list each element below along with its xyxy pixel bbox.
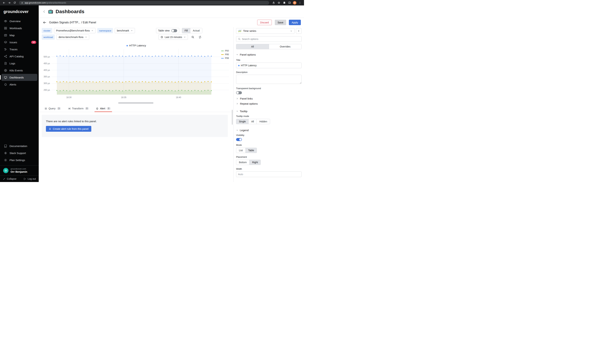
- all-options-tab[interactable]: All: [236, 44, 269, 49]
- legend-item[interactable]: P95: [221, 53, 229, 56]
- legend-mode-list-option[interactable]: List: [236, 148, 245, 153]
- sidebar-item-label: Dashboards: [10, 76, 24, 79]
- chart-horizontal-scrollbar: [42, 102, 231, 104]
- svg-text:450 µs: 450 µs: [44, 62, 50, 65]
- tooltip-hidden-option[interactable]: Hidden: [256, 119, 270, 124]
- tab-count-badge: 0: [107, 107, 111, 110]
- zoom-out-button[interactable]: [191, 35, 195, 39]
- legend-width-input[interactable]: [236, 171, 302, 177]
- actual-option[interactable]: Actual: [190, 28, 202, 33]
- browser-share-button[interactable]: [271, 0, 276, 5]
- workload-filter-chip[interactable]: workload: [42, 35, 55, 40]
- legend-section-header[interactable]: Legend: [236, 129, 302, 132]
- tab-query[interactable]: Query 3: [44, 106, 61, 112]
- cluster-select[interactable]: Prometheus@benchmark-flora: [54, 28, 95, 33]
- workload-select[interactable]: demo-benchmark-flora: [56, 35, 89, 40]
- browser-profile-button[interactable]: O: [292, 0, 297, 5]
- scrollbar-thumb[interactable]: [118, 102, 153, 104]
- legend-item[interactable]: P50: [221, 50, 229, 52]
- create-alert-rule-button[interactable]: Create alert rule from this panel: [46, 126, 91, 132]
- breadcrumb-back-button[interactable]: [43, 21, 46, 24]
- discard-button[interactable]: Discard: [257, 20, 272, 25]
- description-textarea[interactable]: [236, 75, 302, 84]
- editor-vertical-scrollbar[interactable]: [232, 110, 233, 125]
- legend-visibility-toggle[interactable]: [236, 138, 242, 141]
- browser-forward-button[interactable]: [7, 0, 12, 5]
- save-button[interactable]: Save: [275, 20, 286, 25]
- sidebar-item-workloads[interactable]: Workloads: [0, 25, 39, 32]
- cluster-value: Prometheus@benchmark-flora: [56, 29, 90, 32]
- table-view-toggle[interactable]: [171, 29, 177, 32]
- browser-sidepanel-button[interactable]: [287, 0, 292, 5]
- fill-option[interactable]: Fill: [182, 28, 190, 33]
- namespace-filter-chip[interactable]: namespace: [97, 28, 113, 33]
- sidebar-item-issues[interactable]: Issues 12: [0, 39, 39, 46]
- sidebar-item-plan-settings[interactable]: Plan Settings: [0, 156, 39, 164]
- legend-placement-bottom-option[interactable]: Bottom: [236, 160, 249, 165]
- sidebar-item-documentation[interactable]: Documentation: [0, 143, 39, 149]
- tab-alert[interactable]: Alert 0: [95, 106, 111, 112]
- svg-text:350 µs: 350 µs: [44, 76, 50, 78]
- url-bar[interactable]: app.groundcover.com/grafana/dashboards: [19, 1, 269, 5]
- browser-bookmark-button[interactable]: [277, 0, 281, 5]
- breadcrumb-page: / Edit Panel: [81, 21, 96, 24]
- logout-button[interactable]: Log out: [24, 177, 36, 180]
- namespace-select[interactable]: benchmark: [115, 28, 135, 33]
- panel-options-section-header[interactable]: Panel options: [236, 53, 302, 56]
- map-icon: [4, 34, 7, 37]
- legend-mode-table-option[interactable]: Table: [245, 148, 257, 153]
- layers-icon: [4, 41, 7, 44]
- sidebar-footer-nav: Documentation Slack Support Plan Setting…: [0, 143, 39, 164]
- zoom-out-icon: [191, 36, 194, 39]
- tooltip-all-option[interactable]: All: [248, 119, 257, 124]
- collapse-options-button[interactable]: [296, 28, 302, 34]
- legend-placement-right-option[interactable]: Right: [249, 160, 261, 165]
- user-profile[interactable]: O groundcover.com Orr Benjamin: [0, 166, 39, 175]
- sidebar-item-slack-support[interactable]: Slack Support: [0, 149, 39, 156]
- browser-extensions-button[interactable]: [282, 0, 286, 5]
- options-search-input[interactable]: [242, 38, 300, 40]
- header-back-button[interactable]: [43, 10, 46, 13]
- overrides-tab[interactable]: Overrides: [269, 44, 302, 49]
- panel-links-section[interactable]: Panel links: [236, 97, 302, 100]
- sidebar-item-map[interactable]: Map: [0, 32, 39, 39]
- svg-text:18:30: 18:30: [66, 96, 72, 99]
- sidebar-item-dashboards[interactable]: Dashboards: [1, 74, 37, 81]
- alert-empty-message: There are no alert rules linked to this …: [46, 120, 224, 123]
- chevron-down-icon: [236, 110, 238, 112]
- svg-text:18:35: 18:35: [121, 96, 126, 99]
- sidebar-item-logs[interactable]: Logs: [0, 60, 39, 67]
- sidebar-item-overview[interactable]: Overview: [0, 18, 39, 25]
- transparent-background-toggle[interactable]: [236, 91, 242, 94]
- svg-text:18:40: 18:40: [176, 96, 181, 99]
- time-range-picker[interactable]: Last 15 minutes: [159, 35, 188, 40]
- browser-menu-button[interactable]: [298, 0, 302, 5]
- legend-placement-label: Placement: [236, 156, 302, 158]
- breadcrumb-dashboard-name[interactable]: Golden Signals (HTTP...: [49, 21, 80, 24]
- sidebar-item-alerts[interactable]: Alerts: [0, 81, 39, 88]
- panel-title-input[interactable]: ◆ HTTP Latency: [236, 63, 302, 68]
- chevron-down-icon: [236, 129, 238, 131]
- refresh-button[interactable]: [198, 35, 202, 39]
- cluster-filter-chip[interactable]: cluster: [42, 28, 52, 33]
- sidebar-item-api-catalog[interactable]: API Catalog: [0, 53, 39, 60]
- url-path: /grafana/dashboards: [46, 1, 66, 4]
- tooltip-section-header[interactable]: Tooltip: [236, 110, 302, 113]
- tooltip-single-option[interactable]: Single: [236, 119, 248, 124]
- latency-chart[interactable]: 250 µs300 µs350 µs400 µs450 µs500 µs18:3…: [42, 42, 231, 101]
- apply-button[interactable]: Apply: [289, 20, 301, 25]
- repeat-options-section[interactable]: Repeat options: [236, 102, 302, 105]
- collapse-sidebar-button[interactable]: Collapse: [3, 177, 16, 180]
- sidebar-item-traces[interactable]: Traces: [0, 46, 39, 53]
- legend-item[interactable]: P99: [221, 57, 229, 59]
- browser-reload-button[interactable]: [12, 0, 17, 5]
- panel-editor: cluster Prometheus@benchmark-flora names…: [39, 27, 234, 182]
- arrow-left-icon: [3, 1, 5, 4]
- slack-icon: [4, 151, 7, 155]
- tab-transform[interactable]: Transform 0: [67, 106, 89, 112]
- sidebar-item-k8s-events[interactable]: K8s Events: [0, 67, 39, 74]
- sidebar-item-label: Traces: [10, 48, 17, 51]
- table-view-label: Table view: [158, 29, 170, 32]
- browser-back-button[interactable]: [2, 0, 6, 5]
- visualization-select[interactable]: Time series: [236, 28, 294, 34]
